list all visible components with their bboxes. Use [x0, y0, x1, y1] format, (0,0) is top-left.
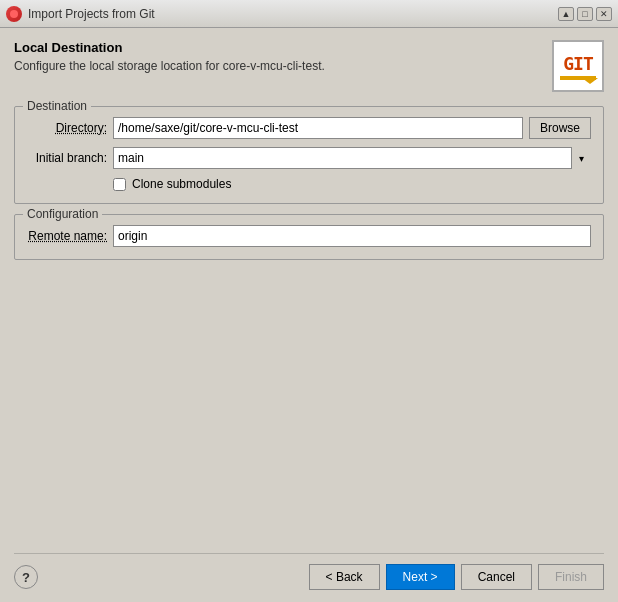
header-text: Local Destination Configure the local st…	[14, 40, 325, 73]
browse-button[interactable]: Browse	[529, 117, 591, 139]
header-section: Local Destination Configure the local st…	[14, 40, 604, 92]
finish-button[interactable]: Finish	[538, 564, 604, 590]
clone-submodules-label: Clone submodules	[132, 177, 231, 191]
git-logo: GIT	[552, 40, 604, 92]
configuration-group-label: Configuration	[23, 207, 102, 221]
remote-name-input[interactable]	[113, 225, 591, 247]
bottom-right: < Back Next > Cancel Finish	[309, 564, 604, 590]
destination-group-label: Destination	[23, 99, 91, 113]
close-button[interactable]: ✕	[596, 7, 612, 21]
back-button[interactable]: < Back	[309, 564, 380, 590]
directory-label: Directory:	[27, 121, 107, 135]
git-logo-arrow	[582, 78, 598, 84]
dialog-content: Local Destination Configure the local st…	[0, 28, 618, 602]
configuration-group: Configuration Remote name:	[14, 214, 604, 260]
window-title: Import Projects from Git	[28, 7, 155, 21]
directory-row: Directory: Browse	[27, 117, 591, 139]
initial-branch-label: Initial branch:	[27, 151, 107, 165]
spacer	[14, 270, 604, 553]
bottom-bar: ? < Back Next > Cancel Finish	[14, 553, 604, 590]
app-icon	[6, 6, 22, 22]
remote-name-label: Remote name:	[27, 229, 107, 243]
clone-submodules-row: Clone submodules	[113, 177, 591, 191]
maximize-button[interactable]: □	[577, 7, 593, 21]
initial-branch-row: Initial branch: main ▾	[27, 147, 591, 169]
page-description: Configure the local storage location for…	[14, 59, 325, 73]
window-controls: ▲ □ ✕	[558, 7, 612, 21]
destination-group: Destination Directory: Browse Initial br…	[14, 106, 604, 204]
initial-branch-select[interactable]: main	[113, 147, 591, 169]
title-bar: Import Projects from Git ▲ □ ✕	[0, 0, 618, 28]
minimize-button[interactable]: ▲	[558, 7, 574, 21]
cancel-button[interactable]: Cancel	[461, 564, 532, 590]
remote-name-row: Remote name:	[27, 225, 591, 247]
next-button[interactable]: Next >	[386, 564, 455, 590]
directory-input[interactable]	[113, 117, 523, 139]
git-logo-text: GIT	[563, 53, 593, 74]
svg-point-0	[10, 10, 18, 18]
page-title: Local Destination	[14, 40, 325, 55]
clone-submodules-checkbox[interactable]	[113, 178, 126, 191]
bottom-left: ?	[14, 565, 38, 589]
initial-branch-select-wrapper: main ▾	[113, 147, 591, 169]
help-button[interactable]: ?	[14, 565, 38, 589]
